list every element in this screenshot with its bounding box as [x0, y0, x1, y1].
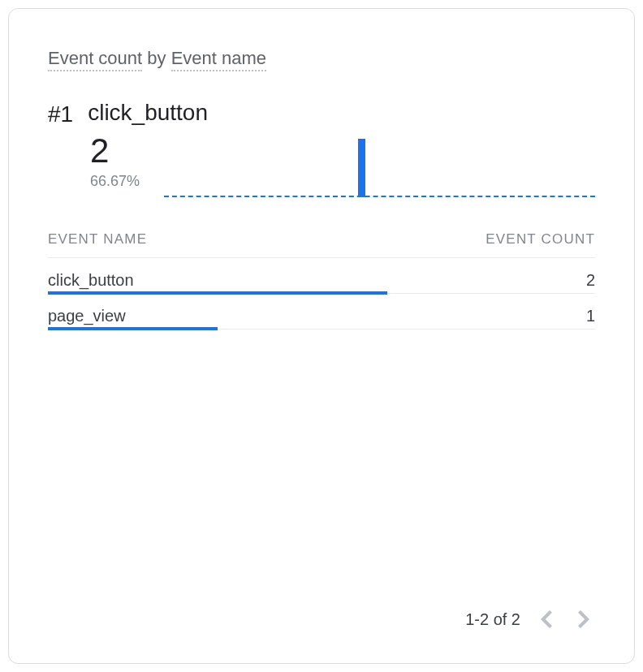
- analytics-card: Event count by Event name #1 click_butto…: [8, 8, 635, 664]
- table-row[interactable]: page_view1: [48, 294, 595, 330]
- highlight-percent: 66.67%: [90, 173, 140, 190]
- next-page-button[interactable]: [572, 608, 595, 631]
- table-row[interactable]: click_button2: [48, 258, 595, 294]
- metric-link[interactable]: Event count: [48, 48, 142, 71]
- highlight-stats: 2 66.67%: [90, 132, 140, 190]
- row-event-name: click_button: [48, 271, 134, 290]
- pagination: 1-2 of 2: [465, 608, 595, 631]
- title-by: by: [147, 48, 166, 68]
- row-event-name: page_view: [48, 307, 126, 325]
- pagination-label: 1-2 of 2: [465, 610, 520, 629]
- table-body: click_button2page_view1: [48, 258, 595, 330]
- highlight-name: click_button: [88, 100, 208, 126]
- highlight-header: #1 click_button: [48, 100, 595, 127]
- highlight-block: 2 66.67%: [90, 132, 595, 200]
- row-event-count: 1: [586, 307, 595, 325]
- sparkline-chart: [164, 136, 595, 200]
- highlight-rank: #1: [48, 100, 73, 127]
- chevron-left-icon: [541, 610, 552, 628]
- chevron-right-icon: [578, 610, 589, 628]
- row-event-count: 2: [586, 271, 595, 290]
- row-bar: [48, 327, 218, 330]
- prev-page-button[interactable]: [535, 608, 558, 631]
- sparkline-bar: [358, 139, 365, 197]
- highlight-value: 2: [90, 132, 140, 170]
- sparkline-axis: [164, 196, 595, 197]
- table-header: EVENT NAME EVENT COUNT: [48, 223, 595, 258]
- dimension-link[interactable]: Event name: [171, 48, 266, 71]
- card-title: Event count by Event name: [48, 48, 595, 69]
- header-event-count: EVENT COUNT: [485, 231, 595, 248]
- header-event-name: EVENT NAME: [48, 231, 147, 248]
